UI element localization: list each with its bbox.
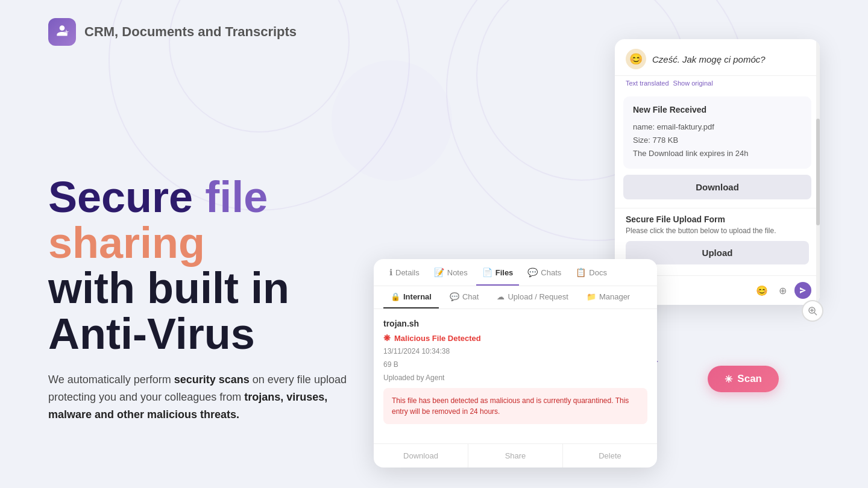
chat-bot-avatar: 😊 [626, 49, 646, 69]
tab-chats-label: Chats [541, 268, 561, 277]
tab-files[interactable]: 📄 Files [476, 259, 520, 286]
show-original-link[interactable]: Show original [673, 80, 713, 87]
hero-word-secure: Secure [48, 173, 193, 221]
download-button[interactable]: Download [623, 175, 811, 199]
scan-icon: ✳ [725, 374, 732, 385]
malicious-badge: ❋ Malicious File Detected [383, 333, 647, 343]
header: CRM, Documents and Transcripts [48, 18, 297, 46]
chat-subtab-icon: 💬 [450, 292, 459, 301]
file-download-button[interactable]: Download [374, 444, 468, 468]
chat-translated-notice: Text translated Show original [615, 76, 820, 90]
tab-docs[interactable]: 📋 Docs [570, 259, 613, 286]
file-item: trojan.sh ❋ Malicious File Detected 13/1… [383, 319, 647, 424]
subtab-chat-label: Chat [462, 292, 479, 301]
hero-word-file: file [205, 173, 268, 221]
avatar-emoji: 😊 [629, 52, 643, 66]
details-tab-icon: ℹ [389, 267, 392, 277]
file-size-detail: Size: 778 KB [633, 136, 678, 145]
secure-upload-desc: Please click the button below to upload … [626, 227, 809, 235]
notes-tab-icon: 📝 [434, 267, 444, 277]
file-date: 13/11/2024 10:34:38 [383, 347, 450, 355]
malicious-icon: ❋ [383, 333, 391, 343]
subtab-internal-label: Internal [403, 292, 432, 301]
emoji-button[interactable]: 😊 [753, 282, 770, 299]
hero-section: Secure file sharing with built in Anti-V… [48, 175, 410, 424]
files-panel: ℹ Details 📝 Notes 📄 Files 💬 Chats 📋 Docs… [374, 259, 657, 468]
svg-line-3 [814, 313, 817, 315]
docs-tab-icon: 📋 [576, 267, 586, 277]
subtab-upload-label: Upload / Request [508, 292, 568, 301]
zoom-add-icon[interactable] [802, 300, 823, 322]
secure-upload-title: Secure File Upload Form [626, 214, 809, 224]
scan-button[interactable]: ✳ Scan [708, 366, 779, 392]
message-title: New File Received [633, 105, 802, 114]
hero-word-antivirus: Anti-Virus [48, 310, 255, 358]
file-share-button[interactable]: Share [468, 444, 563, 468]
chat-scrollbar[interactable] [816, 39, 820, 305]
app-logo [48, 18, 76, 46]
tab-notes[interactable]: 📝 Notes [428, 259, 474, 286]
add-media-button[interactable]: ⊕ [774, 282, 791, 299]
hero-word-sharing: sharing [48, 219, 205, 267]
file-size: 69 B [383, 360, 398, 369]
file-expiry-detail: The Download link expires in 24h [633, 149, 749, 158]
hero-word-with: with [48, 264, 135, 312]
malicious-status: Malicious File Detected [394, 334, 481, 343]
subtab-upload-request[interactable]: ☁ Upload / Request [489, 286, 575, 308]
tab-chats[interactable]: 💬 Chats [521, 259, 567, 286]
file-delete-button[interactable]: Delete [563, 444, 657, 468]
tab-docs-label: Docs [589, 268, 607, 277]
subtab-internal[interactable]: 🔒 Internal [383, 286, 439, 308]
files-actions: Download Share Delete [374, 443, 657, 468]
files-subtabs: 🔒 Internal 💬 Chat ☁ Upload / Request 📁 M… [374, 286, 657, 309]
subtab-manager[interactable]: 📁 Manager [579, 286, 637, 308]
tab-details[interactable]: ℹ Details [383, 259, 426, 286]
lock-icon: 🔒 [391, 292, 400, 301]
folder-icon: 📁 [587, 292, 596, 301]
quarantine-notice: This file has been detected as malicious… [383, 388, 647, 424]
files-tab-icon: 📄 [482, 267, 492, 277]
hero-word-in: in [251, 264, 289, 312]
uploaded-by: Uploaded by Agent [383, 374, 647, 382]
chat-header: 😊 Cześć. Jak mogę ci pomóc? [615, 39, 820, 76]
chats-tab-icon: 💬 [527, 267, 538, 277]
app-title: CRM, Documents and Transcripts [84, 24, 297, 40]
tab-files-label: Files [495, 268, 514, 277]
file-name: trojan.sh [383, 319, 647, 328]
hero-heading: Secure file sharing with built in Anti-V… [48, 175, 410, 357]
files-content: trojan.sh ❋ Malicious File Detected 13/1… [374, 309, 657, 436]
tab-details-label: Details [395, 268, 420, 277]
chat-greeting-text: Cześć. Jak mogę ci pomóc? [652, 54, 766, 64]
file-meta: 13/11/2024 10:34:38 69 B [383, 345, 647, 371]
hero-description: We automatically perform security scans … [48, 371, 374, 423]
translated-label: Text translated [626, 80, 669, 87]
file-name-detail: name: email-faktury.pdf [633, 122, 714, 131]
cloud-icon: ☁ [497, 292, 505, 301]
file-received-message: New File Received name: email-faktury.pd… [623, 96, 811, 169]
subtab-chat[interactable]: 💬 Chat [442, 286, 486, 308]
send-message-button[interactable] [794, 282, 811, 299]
subtab-manager-label: Manager [599, 292, 630, 301]
hero-word-built: built [147, 264, 239, 312]
tab-notes-label: Notes [447, 268, 468, 277]
file-details: name: email-faktury.pdf Size: 778 KB The… [633, 120, 802, 160]
scrollbar-thumb [816, 119, 820, 225]
chat-input-icons: 😊 ⊕ [753, 282, 811, 299]
scan-btn-label: Scan [737, 373, 762, 385]
files-tabs: ℹ Details 📝 Notes 📄 Files 💬 Chats 📋 Docs [374, 259, 657, 286]
